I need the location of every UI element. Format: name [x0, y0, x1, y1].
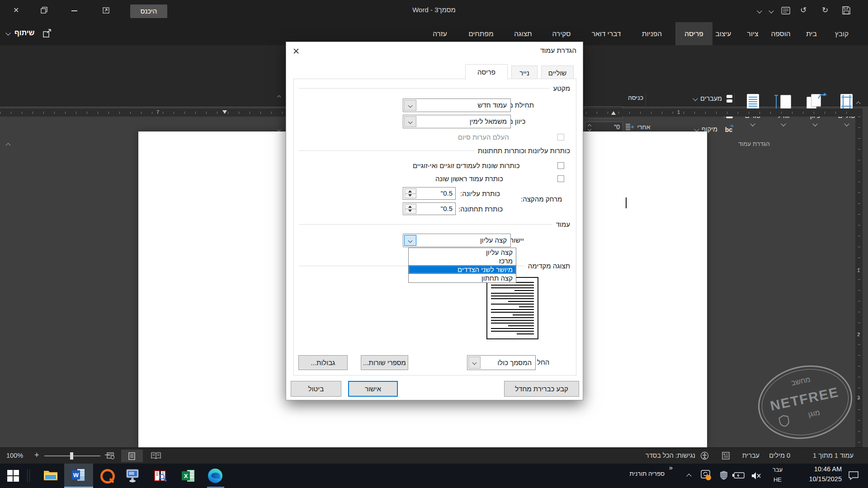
tab-draw[interactable]: ציור [742, 22, 763, 45]
different-first-page-checkbox[interactable] [557, 175, 564, 182]
accessibility-status[interactable]: נגישות: הכל בסדר [646, 452, 695, 459]
torah-library-icon[interactable] [153, 469, 168, 483]
stepper-down-icon[interactable] [588, 127, 591, 131]
volume-muted-icon[interactable] [751, 472, 761, 480]
vertical-alignment-dropdown[interactable]: קצה עליון [403, 234, 511, 247]
window-popout-icon[interactable] [102, 6, 110, 14]
footer-distance-field[interactable]: 0.5" [403, 202, 456, 215]
clock-time[interactable]: 10:46 AM [792, 465, 842, 473]
language-input-code[interactable]: HE [768, 476, 788, 483]
borders-dialog-button[interactable]: גבולות... [298, 355, 348, 370]
header-distance-label: כותרת עליונה: [460, 190, 511, 197]
apply-to-dropdown[interactable]: המסמך כולו [467, 355, 536, 370]
indent-marker[interactable] [611, 111, 616, 115]
dropdown-option[interactable]: מרכז [409, 257, 516, 265]
dialog-tab-paper[interactable]: נייר [511, 66, 538, 80]
restore-window-icon[interactable] [41, 7, 48, 14]
cancel-button[interactable]: ביטול [291, 381, 341, 397]
dropdown-chevron-icon[interactable] [404, 100, 416, 111]
dropdown-chevron-icon[interactable] [404, 235, 416, 246]
remote-computer-icon[interactable] [125, 469, 140, 483]
read-mode-view-icon[interactable] [151, 452, 161, 460]
dropdown-chevron-icon[interactable] [468, 357, 481, 369]
stepper[interactable] [405, 204, 416, 214]
tab-insert[interactable]: הוספה [767, 22, 795, 45]
minimize-window-icon[interactable] [71, 10, 77, 11]
tab-design[interactable]: עיצוב [710, 22, 737, 45]
zoom-in-button[interactable]: + [34, 450, 39, 460]
hidden-icons-chevron-icon[interactable] [686, 474, 691, 479]
action-center-icon[interactable] [848, 471, 859, 480]
save-icon[interactable] [842, 6, 851, 15]
dialog-tab-margins[interactable]: שוליים [541, 66, 574, 80]
preview-text-line [491, 331, 534, 332]
share-button[interactable]: שיתוף [4, 26, 54, 42]
zoom-slider-thumb[interactable] [70, 452, 73, 460]
suppress-endnotes-checkbox[interactable] [557, 134, 564, 141]
print-layout-view-button-selected[interactable] [121, 450, 143, 462]
page-header: עמוד [556, 221, 570, 228]
edge-browser-icon[interactable] [208, 469, 222, 483]
indent-marker[interactable] [222, 110, 227, 114]
start-button-icon[interactable] [7, 470, 19, 482]
columns-chevron-icon [750, 121, 755, 126]
set-default-button[interactable]: קבע כברירת מחדל [504, 381, 579, 397]
vertical-ruler[interactable]: 1 2 3 [855, 117, 863, 447]
undo-icon[interactable]: ↺ [800, 5, 807, 15]
sync-notification-icon[interactable] [701, 470, 712, 481]
toolbar-overflow-chevron[interactable]: » [669, 464, 673, 471]
ok-button[interactable]: אישור [348, 381, 398, 397]
proofing-panel-icon[interactable] [722, 452, 730, 460]
hyphenation-chevron-icon [694, 127, 699, 131]
page-indicator[interactable]: עמוד 1 מתוך 1 [813, 452, 854, 459]
search-everything-icon[interactable] [100, 469, 115, 483]
web-layout-view-icon[interactable] [107, 452, 115, 460]
language-input-hebrew[interactable]: עבר [768, 466, 788, 473]
preview-text-line [491, 320, 534, 321]
different-odd-even-checkbox[interactable] [557, 162, 564, 169]
tab-references[interactable]: הפניות [636, 22, 668, 45]
excel-app-icon[interactable]: X [182, 469, 195, 483]
close-window-icon[interactable]: ✕ [13, 6, 19, 14]
status-bar: 100% + − עמוד 1 מתוך 1 0 מילים עברית [0, 447, 868, 464]
headers-footers-header: כותרות עליונות וכותרות תחתונות [478, 147, 570, 155]
dropdown-chevron-icon[interactable] [404, 116, 416, 127]
taskbar-app-label[interactable]: ספריה תורנית [614, 470, 665, 477]
dropdown-option[interactable]: מיושר לשני הצדדים [409, 265, 516, 274]
zoom-level[interactable]: 100% [6, 452, 23, 459]
clock-date[interactable]: 10/15/2025 [792, 475, 842, 483]
ribbon-options-chevron-icon[interactable] [769, 8, 774, 13]
dropdown-option[interactable]: קצה עליון [409, 248, 516, 257]
vertical-alignment-listbox[interactable]: קצה עליוןמרכזמיושר לשני הצדדיםקצה תחתון [408, 248, 516, 283]
stepper[interactable] [405, 188, 416, 198]
print-layout-view-icon [128, 452, 136, 460]
touch-mode-icon[interactable] [781, 6, 790, 15]
preview-text-line [514, 290, 534, 291]
header-distance-field[interactable]: 0.5" [403, 187, 456, 200]
file-explorer-icon[interactable] [43, 469, 58, 482]
breaks-button[interactable]: מעברים [647, 93, 732, 104]
tab-layout-selected[interactable]: פריסה [675, 22, 712, 45]
battery-plugged-icon[interactable] [732, 472, 745, 479]
redo-icon[interactable]: ↻ [822, 5, 828, 15]
section-start-dropdown[interactable]: עמוד חדש [403, 99, 511, 112]
tab-home[interactable]: בית [800, 22, 823, 45]
word-count[interactable]: 0 מילים [769, 452, 790, 459]
qat-customize-chevron-icon[interactable] [757, 8, 762, 13]
security-shield-icon[interactable] [720, 470, 728, 480]
preview-text-line [491, 298, 534, 299]
accessibility-icon[interactable] [700, 451, 709, 460]
collapse-ribbon-icon[interactable] [5, 143, 10, 148]
sign-in-button[interactable]: היכנס [130, 5, 167, 18]
line-numbers-dialog-button[interactable]: מספרי שורות... [361, 355, 408, 370]
dialog-tab-layout-selected[interactable]: פריסה [465, 64, 508, 80]
language-indicator[interactable]: עברית [742, 452, 760, 459]
dropdown-option[interactable]: קצה תחתון [409, 274, 516, 282]
tab-mailings[interactable]: דברי דואר [584, 22, 628, 45]
text-cursor [626, 197, 627, 208]
section-direction-dropdown[interactable]: משמאל לימין [403, 115, 511, 128]
suppress-endnotes-label: העלם הערות סיום [458, 133, 554, 141]
tab-file[interactable]: קובץ [829, 22, 854, 45]
dialog-close-icon[interactable]: ✕ [292, 46, 300, 56]
word-taskbar-button-active[interactable]: W [64, 464, 93, 487]
